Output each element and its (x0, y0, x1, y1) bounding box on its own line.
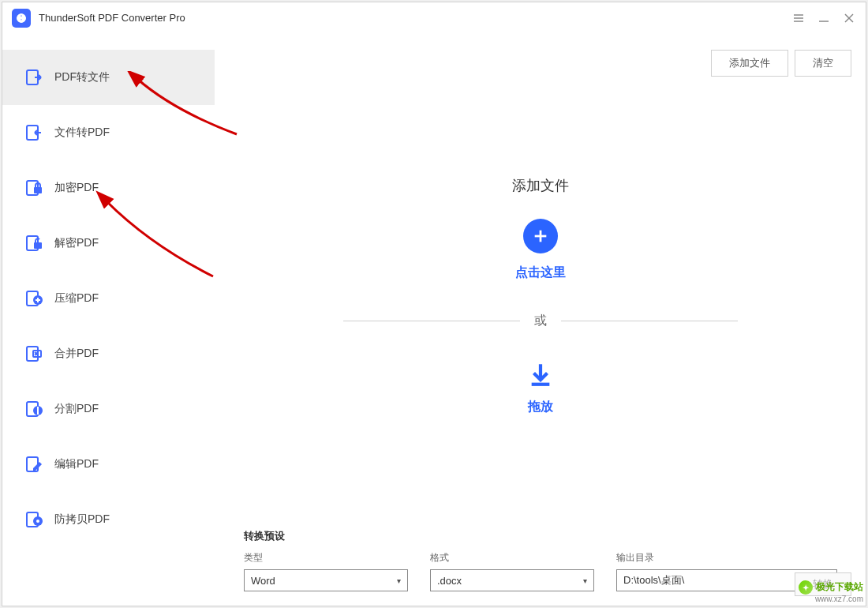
sidebar-item-label: 压缩PDF (54, 291, 99, 306)
sidebar-item-split-pdf[interactable]: 分割PDF (2, 381, 215, 437)
split-icon (24, 400, 43, 418)
presets-title: 转换预设 (244, 529, 837, 543)
window-controls (791, 11, 856, 25)
drop-area[interactable]: 添加文件 点击这里 或 拖放 (215, 81, 866, 529)
sidebar-item-label: 编辑PDF (54, 457, 99, 471)
pdf-export-icon (24, 68, 43, 87)
or-separator: 或 (343, 313, 738, 329)
add-circle-button[interactable] (523, 219, 558, 253)
close-icon[interactable] (842, 11, 856, 25)
type-value: Word (251, 575, 275, 587)
app-title: ThunderSoft PDF Converter Pro (39, 12, 185, 24)
add-file-button[interactable]: 添加文件 (711, 50, 788, 77)
content-area: PDF转文件 文件转PDF 加密PDF 解密PDF (2, 34, 866, 606)
sidebar-item-merge-pdf[interactable]: 合并PDF (2, 326, 215, 381)
sidebar-item-label: 加密PDF (54, 181, 99, 195)
presets-panel: 转换预设 类型 Word ▾ 格式 .docx ▾ (215, 529, 866, 606)
format-label: 格式 (430, 551, 594, 565)
drop-title: 添加文件 (512, 176, 569, 195)
svg-rect-10 (34, 187, 42, 193)
output-label: 输出目录 (616, 551, 837, 565)
sidebar-item-encrypt-pdf[interactable]: 加密PDF (2, 160, 215, 216)
download-icon (527, 361, 554, 391)
format-select[interactable]: .docx ▾ (430, 569, 594, 591)
sidebar-item-label: 解密PDF (54, 236, 99, 250)
convert-button[interactable]: 转换 (795, 572, 851, 596)
sidebar-item-edit-pdf[interactable]: 编辑PDF (2, 437, 215, 492)
svg-point-23 (36, 520, 39, 523)
sidebar-item-label: PDF转文件 (54, 70, 110, 84)
svg-rect-12 (34, 242, 42, 249)
merge-icon (24, 344, 43, 363)
main-panel: 添加文件 清空 添加文件 点击这里 或 拖放 (215, 34, 866, 606)
titlebar: ThunderSoft PDF Converter Pro (2, 2, 866, 34)
output-dir-input[interactable] (617, 575, 814, 587)
sidebar: PDF转文件 文件转PDF 加密PDF 解密PDF (2, 34, 215, 606)
app-logo-icon (12, 9, 31, 28)
sidebar-item-pdf-to-file[interactable]: PDF转文件 (2, 50, 215, 105)
app-window: ThunderSoft PDF Converter Pro PDF转文件 (2, 2, 866, 606)
toolbar: 添加文件 清空 (215, 34, 866, 81)
unlock-icon (24, 234, 43, 253)
sidebar-item-compress-pdf[interactable]: 压缩PDF (2, 271, 215, 326)
presets-row: 类型 Word ▾ 格式 .docx ▾ 输出目 (244, 551, 837, 591)
type-select[interactable]: Word ▾ (244, 569, 408, 591)
drag-label: 拖放 (528, 399, 553, 415)
minimize-icon[interactable] (817, 11, 831, 25)
chevron-down-icon: ▾ (397, 576, 401, 585)
compress-icon (24, 289, 43, 308)
sidebar-item-label: 文件转PDF (54, 126, 110, 140)
divider-line (561, 321, 738, 321)
plus-icon (532, 227, 549, 245)
or-text: 或 (534, 313, 547, 329)
sidebar-item-label: 防拷贝PDF (54, 512, 110, 527)
preset-type-col: 类型 Word ▾ (244, 551, 408, 591)
menu-icon[interactable] (791, 11, 806, 25)
sidebar-item-label: 合并PDF (54, 347, 99, 361)
type-label: 类型 (244, 551, 408, 565)
lock-icon (24, 178, 43, 197)
click-here-label: 点击这里 (515, 265, 566, 281)
preset-format-col: 格式 .docx ▾ (430, 551, 594, 591)
divider-line (343, 321, 520, 321)
pdf-import-icon (24, 123, 43, 142)
sidebar-item-file-to-pdf[interactable]: 文件转PDF (2, 105, 215, 160)
edit-icon (24, 455, 43, 474)
sidebar-item-anticopy-pdf[interactable]: 防拷贝PDF (2, 492, 215, 547)
clear-button[interactable]: 清空 (795, 50, 851, 77)
format-value: .docx (437, 575, 462, 587)
shield-icon (24, 510, 43, 529)
chevron-down-icon: ▾ (583, 576, 587, 585)
sidebar-item-decrypt-pdf[interactable]: 解密PDF (2, 216, 215, 271)
sidebar-item-label: 分割PDF (54, 402, 99, 416)
